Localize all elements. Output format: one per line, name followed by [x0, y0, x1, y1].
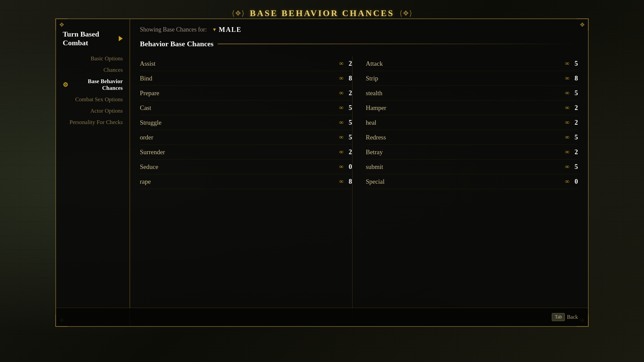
stat-name: Special [366, 178, 385, 185]
layout: Turn Based Combat Basic Options Chances … [56, 19, 588, 326]
stat-value-group: ∞8 [339, 178, 352, 185]
infinity-icon: ∞ [565, 104, 569, 111]
table-row[interactable]: Attack∞5 [366, 56, 578, 71]
stat-value[interactable]: 2 [571, 148, 578, 156]
header-line [218, 44, 578, 44]
stat-value[interactable]: 5 [571, 133, 578, 141]
dropdown-arrow: ▼ [212, 27, 217, 33]
stats-col-left: Assist∞2Bind∞8Prepare∞2Cast∞5Struggle∞5o… [140, 56, 352, 319]
stat-name: Surrender [140, 148, 165, 156]
stat-name: heal [366, 119, 377, 126]
stat-value-group: ∞2 [565, 104, 578, 112]
infinity-icon: ∞ [339, 163, 343, 170]
table-row[interactable]: rape∞8 [140, 174, 352, 189]
infinity-icon: ∞ [339, 89, 343, 97]
sidebar-item-basic-options[interactable]: Basic Options [56, 53, 129, 64]
title-ornament-right: ⟨❖⟩ [399, 9, 412, 18]
stat-value-group: ∞2 [565, 119, 578, 126]
table-row[interactable]: Betray∞2 [366, 145, 578, 160]
stat-value[interactable]: 0 [345, 163, 352, 171]
table-row[interactable]: Assist∞2 [140, 56, 352, 71]
stat-value[interactable]: 8 [571, 74, 578, 82]
table-row[interactable]: Hamper∞2 [366, 101, 578, 115]
tab-key-label: Tab [552, 313, 565, 321]
stat-name: Redress [366, 134, 386, 141]
table-row[interactable]: Strip∞8 [366, 71, 578, 86]
stat-value-group: ∞5 [339, 119, 352, 126]
back-key-text: Back [567, 314, 578, 320]
stat-value-group: ∞2 [339, 60, 352, 67]
table-row[interactable]: heal∞2 [366, 115, 578, 130]
bottom-bar: Tab Back [56, 308, 588, 326]
table-row[interactable]: Seduce∞0 [140, 160, 352, 174]
stats-col-right: Attack∞5Strip∞8stealth∞5Hamper∞2heal∞2Re… [352, 56, 578, 319]
sidebar-item-combat-sex-options[interactable]: Combat Sex Options [56, 94, 129, 105]
table-row[interactable]: submit∞5 [366, 160, 578, 174]
table-row[interactable]: Prepare∞2 [140, 86, 352, 101]
infinity-icon: ∞ [339, 148, 343, 156]
stat-name: Seduce [140, 163, 158, 171]
infinity-icon: ∞ [565, 134, 569, 141]
infinity-icon: ∞ [339, 134, 343, 141]
table-row[interactable]: Bind∞8 [140, 71, 352, 86]
stat-value[interactable]: 0 [571, 178, 578, 185]
sidebar-item-chances[interactable]: Chances [56, 65, 129, 75]
stats-container: Assist∞2Bind∞8Prepare∞2Cast∞5Struggle∞5o… [140, 56, 578, 319]
stat-value-group: ∞5 [565, 89, 578, 97]
stat-name: rape [140, 178, 151, 185]
table-row[interactable]: stealth∞5 [366, 86, 578, 101]
stat-value-group: ∞5 [339, 133, 352, 141]
behavior-header: Behavior Base Chances [140, 40, 578, 48]
stat-name: stealth [366, 89, 383, 97]
stat-value[interactable]: 2 [345, 60, 352, 67]
infinity-icon: ∞ [339, 75, 343, 82]
infinity-icon: ∞ [339, 104, 343, 111]
sidebar-item-actor-options[interactable]: Actor Options [56, 106, 129, 116]
sidebar-item-base-behavior-chances[interactable]: ⚙ Base Behavior Chances [56, 76, 129, 94]
table-row[interactable]: order∞5 [140, 130, 352, 145]
infinity-icon: ∞ [565, 163, 569, 170]
behavior-header-text: Behavior Base Chances [140, 40, 214, 48]
stat-value[interactable]: 5 [345, 119, 352, 126]
stat-name: Betray [366, 148, 383, 156]
gender-value[interactable]: MALE [219, 26, 241, 34]
infinity-icon: ∞ [565, 89, 569, 97]
main-content: Showing Base Chances for: ▼ MALE Behavio… [130, 19, 588, 326]
infinity-icon: ∞ [565, 178, 569, 185]
gear-icon: ⚙ [63, 81, 68, 88]
table-row[interactable]: Struggle∞5 [140, 115, 352, 130]
stat-value[interactable]: 5 [571, 89, 578, 97]
stat-value-group: ∞5 [565, 133, 578, 141]
stat-value[interactable]: 2 [345, 89, 352, 97]
stat-value-group: ∞0 [339, 163, 352, 171]
sidebar-item-personality-for-checks[interactable]: Personality For Checks [56, 117, 129, 128]
table-row[interactable]: Redress∞5 [366, 130, 578, 145]
stat-value[interactable]: 5 [571, 163, 578, 171]
stat-value[interactable]: 2 [571, 119, 578, 126]
stat-name: Assist [140, 60, 155, 67]
stat-value[interactable]: 8 [345, 74, 352, 82]
stat-value[interactable]: 5 [345, 104, 352, 112]
main-panel: ⟨❖⟩ BASE BEHAVIOR CHANCES ⟨❖⟩ Turn Based… [55, 18, 589, 327]
stat-name: Strip [366, 75, 378, 82]
infinity-icon: ∞ [339, 60, 343, 67]
stat-value[interactable]: 8 [345, 178, 352, 185]
stat-name: Struggle [140, 119, 161, 126]
stat-value[interactable]: 2 [345, 148, 352, 156]
sidebar-arrow [119, 36, 123, 41]
table-row[interactable]: Cast∞5 [140, 101, 352, 115]
table-row[interactable]: Surrender∞2 [140, 145, 352, 160]
stat-value-group: ∞0 [565, 178, 578, 185]
stat-value-group: ∞2 [565, 148, 578, 156]
stat-value-group: ∞5 [339, 104, 352, 112]
table-row[interactable]: Special∞0 [366, 174, 578, 189]
stat-value-group: ∞5 [565, 60, 578, 67]
stat-value[interactable]: 2 [571, 104, 578, 112]
stat-value[interactable]: 5 [345, 133, 352, 141]
stat-value[interactable]: 5 [571, 60, 578, 67]
title-ornament-left: ⟨❖⟩ [232, 9, 245, 18]
stat-value-group: ∞2 [339, 148, 352, 156]
corner-decoration-tl [55, 18, 67, 31]
stat-name: Bind [140, 75, 152, 82]
corner-decoration-tr [577, 18, 589, 31]
